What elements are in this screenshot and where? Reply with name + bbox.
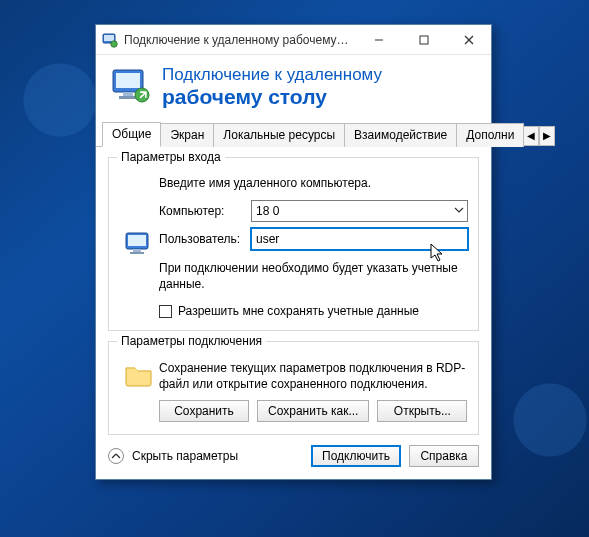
connection-groupbox: Параметры подключения Сохранение текущих…	[108, 341, 479, 435]
svg-rect-8	[116, 73, 140, 88]
help-button[interactable]: Справка	[409, 445, 479, 467]
rdp-window: Подключение к удаленному рабочему с... П…	[95, 24, 492, 480]
titlebar: Подключение к удаленному рабочему с...	[96, 25, 491, 55]
folder-icon	[124, 362, 154, 391]
credentials-note: При подключении необходимо будет указать…	[159, 260, 468, 292]
banner-line2: рабочему столу	[162, 85, 382, 108]
app-icon	[102, 32, 118, 48]
minimize-button[interactable]	[356, 25, 401, 54]
svg-rect-4	[420, 36, 428, 44]
connection-legend: Параметры подключения	[117, 334, 266, 348]
svg-rect-10	[119, 96, 137, 99]
tab-advanced[interactable]: Дополни	[456, 123, 524, 147]
open-button[interactable]: Открыть...	[377, 400, 467, 422]
maximize-button[interactable]	[401, 25, 446, 54]
tab-local-resources[interactable]: Локальные ресурсы	[213, 123, 345, 147]
window-title: Подключение к удаленному рабочему с...	[124, 33, 356, 47]
disclose-label[interactable]: Скрыть параметры	[132, 449, 238, 463]
computer-icon	[123, 229, 155, 264]
svg-point-2	[111, 40, 117, 46]
disclose-button[interactable]	[108, 448, 124, 464]
tab-bar: Общие Экран Локальные ресурсы Взаимодейс…	[96, 122, 491, 147]
computer-value: 18 0	[256, 204, 279, 218]
chevron-down-icon	[454, 204, 464, 218]
rdp-banner-icon	[110, 65, 152, 107]
tab-display[interactable]: Экран	[160, 123, 214, 147]
user-input[interactable]: user	[251, 228, 468, 250]
computer-label: Компьютер:	[159, 204, 251, 218]
tab-scroll-right[interactable]: ▶	[539, 126, 555, 146]
banner-text: Подключение к удаленному рабочему столу	[162, 65, 382, 108]
svg-rect-9	[123, 92, 133, 96]
user-value: user	[256, 232, 279, 246]
save-button[interactable]: Сохранить	[159, 400, 249, 422]
tab-experience[interactable]: Взаимодействие	[344, 123, 457, 147]
computer-combobox[interactable]: 18 0	[251, 200, 468, 222]
save-as-button[interactable]: Сохранить как...	[257, 400, 369, 422]
banner-line1: Подключение к удаленному	[162, 65, 382, 85]
svg-rect-13	[128, 235, 146, 246]
login-groupbox: Параметры входа Введите имя удаленного к…	[108, 157, 479, 331]
save-credentials-checkbox[interactable]	[159, 305, 172, 318]
svg-rect-15	[130, 252, 144, 254]
tab-scroll: ◀ ▶	[523, 126, 555, 146]
footer: Скрыть параметры Подключить Справка	[96, 435, 491, 479]
tab-general[interactable]: Общие	[102, 122, 161, 147]
connect-button[interactable]: Подключить	[311, 445, 401, 467]
banner: Подключение к удаленному рабочему столу	[96, 55, 491, 122]
user-label: Пользователь:	[159, 232, 251, 246]
svg-rect-1	[104, 35, 114, 41]
login-prompt: Введите имя удаленного компьютера.	[159, 176, 468, 190]
svg-rect-14	[133, 249, 141, 252]
connection-desc: Сохранение текущих параметров подключени…	[159, 360, 468, 392]
login-legend: Параметры входа	[117, 150, 225, 164]
close-button[interactable]	[446, 25, 491, 54]
tab-scroll-left[interactable]: ◀	[523, 126, 539, 146]
save-credentials-label: Разрешить мне сохранять учетные данные	[178, 304, 419, 318]
